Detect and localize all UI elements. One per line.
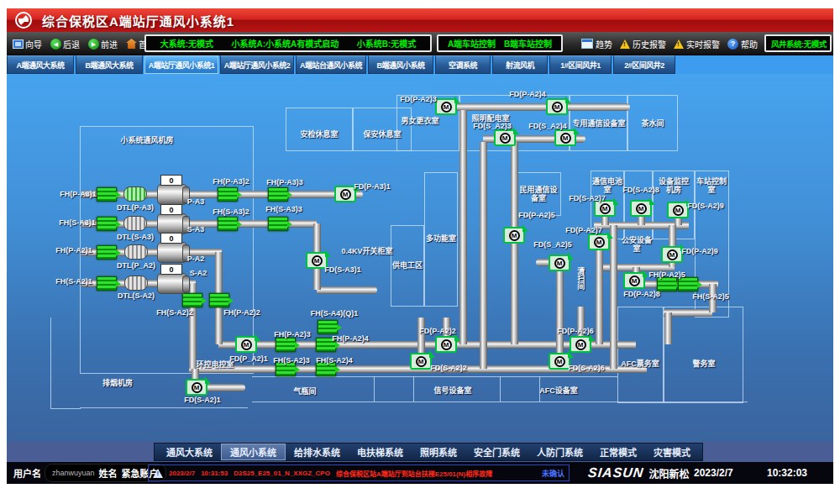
damper-label: FD(P-A2)9: [681, 247, 718, 255]
damper-FD(S-A2)6[interactable]: M: [549, 353, 570, 370]
louver-FH(P-A2)3[interactable]: [276, 338, 296, 352]
alarm-history-button[interactable]: 历史报警: [620, 38, 666, 50]
fan-P-A2[interactable]: [157, 242, 187, 263]
louver-FH(S-A2)5[interactable]: [678, 277, 698, 291]
silencer-DTL(P-A3)[interactable]: [123, 186, 147, 202]
bottom-tab-4[interactable]: 电扶梯系统: [349, 444, 412, 460]
damper-FD(P-A2)2[interactable]: M: [435, 336, 457, 353]
louver-FH(S-A3)3[interactable]: [268, 217, 288, 231]
room-label: 民用通信设备室: [519, 186, 558, 203]
louver-FH(S-A3)2[interactable]: [218, 217, 238, 231]
damper-FD(P-A2)7[interactable]: M: [588, 234, 610, 250]
damper-FD(P-A2)9[interactable]: M: [661, 246, 683, 263]
damper-FD(P_A2)1[interactable]: M: [235, 336, 257, 353]
silencer-DTL(S-A3)[interactable]: [123, 216, 147, 231]
fan-label: P-A3: [187, 197, 205, 206]
room-label: 小系统通风机房: [120, 136, 173, 144]
louver-label: FH(P-A2)1: [55, 246, 92, 255]
room-label: 0.4KV开关柜室: [341, 247, 392, 255]
louver-FH(S-A2)2[interactable]: [182, 293, 202, 307]
damper-label: FD(P-A2)7: [565, 226, 602, 234]
motor-icon: M: [554, 356, 565, 367]
title-bar: 综合保税区A端站厅通风小系统1: [7, 8, 833, 32]
louver-FH(S-A4)(Q)1[interactable]: [318, 320, 338, 334]
fan-S-A2[interactable]: [157, 273, 187, 294]
louver-FH(S-A3)1[interactable]: [97, 217, 117, 231]
bottom-tab-9[interactable]: 灾害模式: [645, 444, 699, 460]
damper-FD(S_A2)4[interactable]: M: [554, 129, 576, 146]
damper-FD(S-A2)1[interactable]: M: [186, 379, 207, 396]
top-tab-2[interactable]: B端通风大系统: [76, 55, 143, 74]
top-tab-7[interactable]: 空调系统: [435, 55, 491, 74]
forward-button[interactable]: 前进: [86, 36, 120, 52]
bottom-tab-1[interactable]: 通风大系统: [158, 444, 221, 460]
damper-FD(S_A2)5[interactable]: M: [549, 255, 570, 271]
fan-P-A3[interactable]: [157, 184, 187, 205]
damper-FD(P-A2)3[interactable]: M: [435, 98, 457, 115]
damper-label: FD(S_A2)4: [528, 122, 567, 130]
louver-FH(P-A3)1[interactable]: [97, 187, 117, 202]
motor-icon: M: [636, 203, 647, 214]
louver-FH(P-A2)2[interactable]: [209, 293, 229, 307]
damper-label: FD(P-A2)5: [518, 211, 555, 219]
alarm-banner[interactable]: 2023/2/7 10:31:53 D2S25_E25_01_N_XXGZ_CP…: [148, 465, 570, 481]
louver-FH(P-A3)3[interactable]: [268, 187, 288, 202]
room-label: 清扫间: [576, 268, 585, 291]
bottom-tab-2[interactable]: 通风小系统: [221, 444, 286, 460]
damper-label: FD(S-A2)6: [568, 364, 605, 372]
louver-FH(P-A2)1[interactable]: [97, 245, 117, 260]
damper-label: FD(P-A2)8: [623, 290, 660, 298]
top-tab-10[interactable]: 2#区间风井2: [613, 55, 675, 74]
room-divider: [50, 318, 51, 408]
top-tab-4[interactable]: A端站厅通风小系统2: [220, 55, 294, 74]
damper-FD(S-A2)8[interactable]: M: [630, 200, 652, 217]
duct-pipe: [664, 312, 672, 344]
vendor-logo-cn: 沈阳新松: [648, 466, 689, 480]
damper-FD(S_A2)3[interactable]: M: [494, 129, 516, 146]
top-tab-6[interactable]: B端通风小系统: [368, 55, 433, 74]
damper-label: FD(S-A2)1: [184, 396, 221, 404]
louver-label: FH(S-A4)(Q)1: [311, 309, 359, 318]
motor-icon: M: [416, 356, 427, 367]
fan-S-A3[interactable]: [157, 213, 187, 234]
a-end-control[interactable]: A端车站控制: [448, 37, 496, 50]
alarm-time: 10:31:53: [201, 470, 228, 477]
room-divider: [80, 407, 248, 408]
fan-value-P-A3: 0: [160, 175, 182, 186]
louver-FH(P-A3)2[interactable]: [218, 187, 238, 202]
louver-FH(S-A2)1[interactable]: [97, 276, 117, 291]
damper-FD(S-A2)9[interactable]: M: [667, 202, 689, 218]
alarm-realtime-button[interactable]: 实时报警: [674, 38, 720, 50]
bottom-tab-6[interactable]: 安全门系统: [465, 444, 528, 460]
help-button[interactable]: 帮助: [727, 38, 758, 50]
app-window: 综合保税区A端站厅通风小系统1 向导后退前进首页用户 大系统:无模式 小系统A:…: [7, 8, 833, 484]
damper-FD(P-A2)4[interactable]: M: [546, 98, 568, 115]
bottom-tab-7[interactable]: 人防门系统: [528, 444, 591, 460]
wizard-button[interactable]: 向导: [10, 36, 45, 52]
damper-FD(P-A2)5[interactable]: M: [503, 227, 525, 244]
silencer-DTL(P_A2)[interactable]: [124, 244, 148, 260]
top-tab-5[interactable]: A端站台通风小系统: [296, 55, 366, 74]
b-end-control[interactable]: B端车站控制: [504, 37, 552, 50]
damper-FD(P-A2)8[interactable]: M: [623, 272, 645, 289]
bottom-tab-5[interactable]: 照明系统: [412, 444, 465, 460]
vendor-logo-en: SIASUN: [587, 465, 644, 480]
wizard-icon: [13, 39, 24, 49]
top-tab-9[interactable]: 1#区间风井1: [549, 55, 612, 74]
back-button[interactable]: 后退: [48, 36, 82, 52]
alarm-message: 综合保税区站A端站厅到站台扶梯E25/01(N)相序故障: [336, 469, 492, 478]
louver-label: FH(S-A2)4: [316, 356, 353, 365]
silencer-DTL(S-A2)[interactable]: [124, 276, 148, 291]
top-tab-1[interactable]: A端通风大系统: [7, 55, 74, 74]
bottom-tab-8[interactable]: 正常模式: [591, 444, 645, 460]
bottom-tab-3[interactable]: 给排水系统: [286, 444, 349, 460]
room-label: 茶水间: [641, 119, 664, 128]
top-tab-8[interactable]: 射流风机: [492, 55, 548, 74]
trend-button[interactable]: 趋势: [581, 38, 612, 50]
damper-FD(P-A3)1[interactable]: M: [334, 186, 356, 202]
top-tab-3[interactable]: A端站厅通风小系统1: [144, 55, 218, 74]
damper-FD(S-A2)2[interactable]: M: [410, 353, 432, 370]
alarm-date: 2023/2/7: [169, 470, 195, 477]
bottom-tab-strip: 通风大系统通风小系统给排水系统电扶梯系统照明系统安全门系统人防门系统正常模式灾害…: [7, 442, 833, 462]
damper-label: FD(P-A2)2: [419, 327, 456, 335]
